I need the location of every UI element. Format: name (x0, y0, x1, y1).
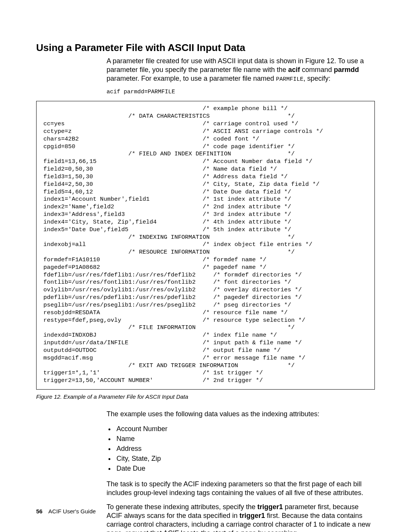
page-number: 56 (36, 508, 43, 514)
intro-paragraph: A parameter file created for use with AS… (107, 57, 375, 83)
intro-block: A parameter file created for use with AS… (107, 57, 375, 83)
body-text: To generate these indexing attributes, s… (107, 503, 257, 511)
list-item: Account Number (115, 424, 375, 434)
intro-text: command (300, 66, 334, 73)
followup-paragraph: The example uses the following data valu… (107, 410, 375, 419)
intro-text: , specify: (303, 75, 330, 82)
list-item: Name (115, 434, 375, 444)
trigger1-keyword: trigger1 (239, 512, 265, 519)
after-block: The example uses the following data valu… (107, 410, 375, 532)
figure-caption: Figure 12. Example of a Parameter File f… (36, 393, 375, 400)
trigger1-keyword: trigger1 (257, 503, 283, 511)
acif-keyword: acif (288, 66, 300, 73)
parameter-file-listing: /* example phone bill */ /* DATA CHARACT… (36, 101, 375, 390)
list-item: Date Due (115, 463, 375, 473)
list-item: Address (115, 444, 375, 454)
command-example: acif parmdd=PARMFILE (107, 88, 375, 96)
parmfile-literal: PARMFILE (276, 76, 303, 83)
section-heading: Using a Parameter File with ASCII Input … (36, 42, 375, 54)
list-item: City, State, Zip (115, 454, 375, 463)
task-paragraph: The task is to specify the ACIF indexing… (107, 480, 375, 497)
page-footer: 56 ACIF User's Guide (36, 508, 96, 514)
indexing-attributes-list: Account Number Name Address City, State,… (107, 424, 375, 473)
page: Using a Parameter File with ASCII Input … (0, 0, 411, 532)
parmdd-keyword: parmdd (334, 66, 359, 73)
trigger-paragraph: To generate these indexing attributes, s… (107, 503, 375, 532)
doc-title: ACIF User's Guide (48, 508, 96, 514)
intro-text: parameter. For example, to use a paramet… (107, 75, 276, 82)
